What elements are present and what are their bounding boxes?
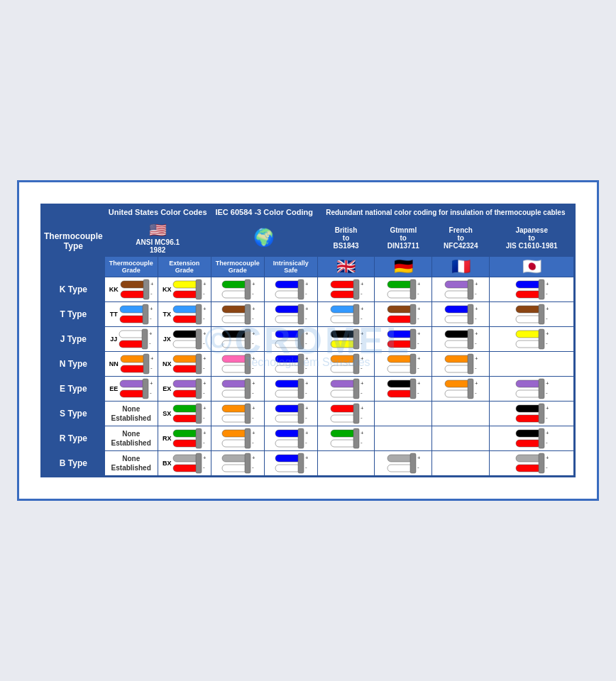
svg-rect-217 (539, 404, 544, 423)
cable-svg: + - (172, 279, 206, 300)
cable-svg: + - (329, 328, 363, 350)
cable-cell: + - (211, 402, 264, 426)
svg-rect-27 (410, 279, 416, 299)
svg-rect-152 (468, 354, 473, 374)
cable-cell: + - (264, 402, 317, 426)
svg-rect-17 (298, 279, 304, 299)
cable-svg: + - (329, 428, 363, 449)
cable-cell: + - (317, 327, 375, 352)
svg-text:-: - (305, 389, 307, 396)
table-row: E Type EE + - EX (43, 377, 574, 402)
svg-rect-216 (516, 415, 541, 422)
cable-cell: + - (432, 327, 490, 352)
svg-text:+: + (417, 355, 420, 362)
svg-rect-105 (387, 331, 413, 338)
svg-rect-101 (331, 340, 356, 348)
cable-svg: + - (329, 279, 363, 300)
svg-text:+: + (546, 331, 549, 337)
svg-rect-81 (119, 340, 145, 348)
svg-rect-25 (387, 281, 413, 288)
cable-svg: + - (221, 304, 255, 325)
table-row: S Type None Established SX + - (43, 402, 574, 426)
svg-text:-: - (305, 365, 307, 371)
svg-rect-265 (516, 455, 541, 462)
svg-rect-262 (410, 453, 416, 473)
svg-rect-92 (245, 329, 251, 349)
flag-british: 🇬🇧 (317, 257, 375, 277)
svg-rect-57 (298, 304, 304, 324)
svg-rect-202 (245, 404, 251, 423)
col-german-header: GtmnmltoDIN13711 (375, 219, 432, 257)
table-row: T Type TT + - TX (43, 302, 574, 327)
svg-text:+: + (546, 281, 549, 287)
svg-rect-165 (222, 380, 248, 387)
svg-rect-115 (516, 331, 541, 338)
cable-cell: + - (317, 377, 375, 402)
type-cell: T Type (43, 302, 105, 327)
svg-rect-22 (353, 279, 359, 299)
svg-rect-170 (275, 380, 301, 387)
cable-svg: + - (172, 328, 206, 350)
svg-rect-5 (173, 281, 199, 288)
svg-text:-: - (252, 439, 254, 445)
svg-rect-167 (245, 379, 251, 399)
svg-text:+: + (305, 281, 308, 287)
cable-cell: + - (264, 277, 317, 302)
svg-text:-: - (150, 290, 153, 297)
svg-text:-: - (546, 464, 548, 470)
cable-cell: TX + - (158, 302, 211, 327)
svg-text:+: + (305, 331, 308, 337)
svg-text:-: - (252, 365, 254, 371)
svg-rect-232 (298, 428, 304, 448)
empty-cell (432, 451, 490, 476)
table-row: N Type NN + - NX (43, 352, 574, 377)
svg-text:-: - (475, 340, 477, 346)
cable-cell: + - (211, 277, 264, 302)
svg-text:-: - (417, 290, 419, 297)
cable-svg: + - (386, 453, 420, 474)
cable-svg: + - (515, 378, 549, 399)
svg-rect-210 (331, 405, 356, 412)
col-french-header: FrenchtoNFC42324 (432, 219, 490, 257)
svg-text:+: + (305, 306, 308, 312)
cable-svg: + - (221, 353, 255, 375)
svg-rect-72 (468, 304, 473, 324)
svg-rect-190 (516, 380, 541, 387)
svg-rect-182 (410, 379, 416, 399)
svg-rect-161 (173, 390, 199, 397)
svg-rect-62 (353, 304, 359, 324)
svg-rect-267 (539, 453, 544, 473)
svg-rect-206 (275, 415, 301, 422)
us-flag: 🇺🇸 (106, 221, 209, 238)
table-row: B Type None Established BX + - (43, 451, 574, 476)
svg-rect-212 (353, 404, 359, 423)
svg-rect-21 (331, 291, 356, 298)
svg-text:+: + (252, 355, 255, 362)
svg-rect-80 (119, 331, 145, 338)
svg-rect-121 (121, 365, 146, 372)
cable-cell: + - (432, 352, 490, 377)
cable-cell: + - (264, 327, 317, 352)
svg-text:-: - (475, 290, 477, 297)
svg-rect-91 (222, 340, 248, 348)
svg-text:-: - (252, 389, 254, 396)
cable-svg: + - (386, 353, 420, 375)
svg-rect-56 (275, 316, 301, 323)
svg-rect-47 (196, 304, 202, 324)
svg-text:-: - (361, 414, 363, 421)
svg-rect-137 (298, 354, 304, 374)
svg-text:+: + (361, 380, 363, 387)
svg-rect-251 (222, 465, 248, 472)
svg-rect-77 (539, 304, 544, 324)
cable-cell: + - (432, 302, 490, 327)
cable-cell: + - (375, 277, 432, 302)
svg-rect-31 (445, 291, 471, 298)
cable-svg: + - (172, 304, 206, 325)
svg-text:-: - (546, 389, 548, 396)
svg-rect-221 (173, 440, 199, 447)
table-container: ©CROMEL Tecnologia em Sensores Thermocou… (40, 204, 576, 477)
svg-rect-211 (331, 415, 356, 422)
col-header-type: ThermocoupleType (43, 206, 105, 277)
svg-text:-: - (417, 389, 419, 396)
subheader-ext-grade: Extension Grade (158, 257, 211, 277)
